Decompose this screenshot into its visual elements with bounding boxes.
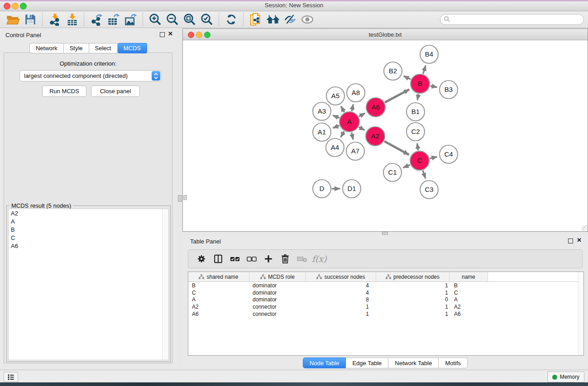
toolbar-separator <box>219 13 220 26</box>
horizontal-splitter[interactable] <box>182 232 588 235</box>
table-row[interactable]: Cdominator41C <box>188 289 583 296</box>
zoom-in-icon <box>148 13 162 26</box>
zoom-selected-button[interactable] <box>198 12 215 27</box>
tab-network[interactable]: Network <box>29 43 64 53</box>
graph-edge-A-A6[interactable] <box>359 113 365 116</box>
mcds-result-list[interactable]: A2ABCA6 <box>8 209 169 360</box>
zoom-out-button[interactable] <box>164 12 181 27</box>
criterion-dropdown[interactable]: largest connected component (directed) <box>19 70 161 81</box>
table-row[interactable]: Bdominator41B <box>188 282 583 289</box>
graph-edge-A-A5[interactable] <box>341 106 344 112</box>
table-close-icon[interactable]: ✕ <box>577 237 582 243</box>
mcds-list-scrollbar[interactable] <box>162 209 168 360</box>
control-panel-title: Control Panel <box>5 32 41 38</box>
open-session-button[interactable] <box>5 12 22 27</box>
criterion-dropdown-value: largest connected component (directed) <box>20 72 152 79</box>
search-input[interactable] <box>440 14 584 25</box>
tab-select[interactable]: Select <box>89 43 118 53</box>
network-document-button[interactable] <box>247 12 264 27</box>
import-network-button[interactable] <box>46 12 63 27</box>
memory-button[interactable]: Memory <box>547 372 584 382</box>
table-row[interactable]: Adominator80A <box>188 296 583 304</box>
export-table-button[interactable] <box>105 12 122 27</box>
control-panel-header: Control Panel ✕ <box>0 28 177 41</box>
column-header-shared-name[interactable]: shared name <box>188 272 249 281</box>
graph-edge-A6-B[interactable] <box>385 90 409 103</box>
window-resize-handle[interactable] <box>582 225 588 231</box>
split-columns-button[interactable] <box>210 251 226 267</box>
delete-column-button[interactable] <box>277 251 293 267</box>
mcds-result-item[interactable]: B <box>9 225 168 234</box>
graph-edge-B-B3[interactable] <box>430 86 437 87</box>
graph-edge-A-A1[interactable] <box>333 125 339 128</box>
run-mcds-button[interactable]: Run MCDS <box>42 86 86 97</box>
tab-style[interactable]: Style <box>64 43 89 53</box>
show-eye-button[interactable] <box>299 12 316 27</box>
refresh-button[interactable] <box>223 12 240 27</box>
network-canvas[interactable]: AA1A2A3A4A5A6A7A8BB1B2B3B4CC1C2C3C4DD1 <box>183 40 587 231</box>
graph-node-label-B2: B2 <box>389 67 397 75</box>
graph-edge-C-C3[interactable] <box>423 171 425 178</box>
tab-mcds[interactable]: MCDS <box>118 43 147 53</box>
graph-edge-C-C1[interactable] <box>403 165 410 168</box>
graph-edge-B-B1[interactable] <box>417 94 418 100</box>
tab-motifs[interactable]: Motifs <box>439 357 468 368</box>
column-header-predecessor-nodes[interactable]: predecessor nodes <box>376 272 449 281</box>
gear-button[interactable] <box>193 251 210 267</box>
zoom-fit-button[interactable] <box>181 12 198 27</box>
graph-edge-B-B2[interactable] <box>404 76 411 79</box>
tab-node-table[interactable]: Node Table <box>303 357 346 368</box>
vertical-splitter[interactable] <box>177 28 182 370</box>
mcds-result-items: A2ABCA6 <box>9 209 168 250</box>
graph-edge-A-A2[interactable] <box>359 127 365 130</box>
graph-node-label-A3: A3 <box>318 107 326 115</box>
column-header-name[interactable]: name <box>449 272 488 281</box>
import-table-button[interactable] <box>63 12 81 27</box>
mcds-result-item[interactable]: A <box>9 217 168 225</box>
search-field[interactable] <box>440 14 584 25</box>
table-float-icon[interactable] <box>568 238 573 243</box>
task-list-icon <box>7 373 14 381</box>
tab-network-table[interactable]: Network Table <box>388 357 439 368</box>
graph-node-label-D1: D1 <box>347 185 356 192</box>
graph-edge-B-B4[interactable] <box>423 66 426 74</box>
export-image-button[interactable] <box>122 12 139 27</box>
mcds-result-item[interactable]: C <box>9 234 168 242</box>
vertical-splitter-handle[interactable] <box>178 195 182 202</box>
column-header-successor-nodes[interactable]: successor nodes <box>306 272 376 281</box>
export-network-button[interactable] <box>88 12 105 27</box>
graph-edge-C-C2[interactable] <box>417 143 418 150</box>
tab-edge-table[interactable]: Edge Table <box>346 357 388 368</box>
network-window-titlebar[interactable]: testGlobe.txt <box>183 29 588 40</box>
table-row[interactable]: A6connector11A6 <box>188 310 583 318</box>
graph-edge-A-A3[interactable] <box>333 115 339 118</box>
horizontal-splitter-handle[interactable] <box>382 232 388 235</box>
table-scrollbar[interactable] <box>578 272 583 355</box>
graph-node-label-A8: A8 <box>352 89 360 96</box>
close-panel-button[interactable]: Close panel <box>91 86 140 97</box>
save-session-button[interactable] <box>22 12 39 27</box>
hide-eye-button[interactable] <box>282 12 299 27</box>
dropdown-stepper-icon <box>152 71 160 81</box>
float-panel-icon[interactable] <box>160 32 165 37</box>
select-all-button[interactable] <box>226 251 243 267</box>
deselect-all-button[interactable] <box>243 251 260 267</box>
table-row[interactable]: A2connector11A2 <box>188 303 583 310</box>
memory-label: Memory <box>560 374 579 380</box>
add-column-button[interactable] <box>260 251 277 267</box>
zoom-in-button[interactable] <box>147 12 164 27</box>
home-button[interactable] <box>264 12 282 27</box>
network-graph-svg[interactable]: AA1A2A3A4A5A6A7A8BB1B2B3B4CC1C2C3C4DD1 <box>183 40 587 231</box>
toolbar-separator <box>143 13 143 26</box>
graph-edge-A-A7[interactable] <box>352 133 353 140</box>
task-history-button[interactable] <box>4 372 18 382</box>
graph-edge-A-A8[interactable] <box>352 104 353 111</box>
mcds-result-item[interactable]: A2 <box>9 209 168 217</box>
column-header-MCDS-role[interactable]: MCDS role <box>249 272 306 281</box>
zoom-out-icon <box>166 13 179 26</box>
mcds-result-item[interactable]: A6 <box>9 242 168 250</box>
graph-edge-C-C4[interactable] <box>430 157 437 159</box>
graph-edge-A2-C[interactable] <box>384 141 409 155</box>
close-panel-icon[interactable]: ✕ <box>168 30 173 37</box>
graph-edge-A-A4[interactable] <box>341 131 344 137</box>
